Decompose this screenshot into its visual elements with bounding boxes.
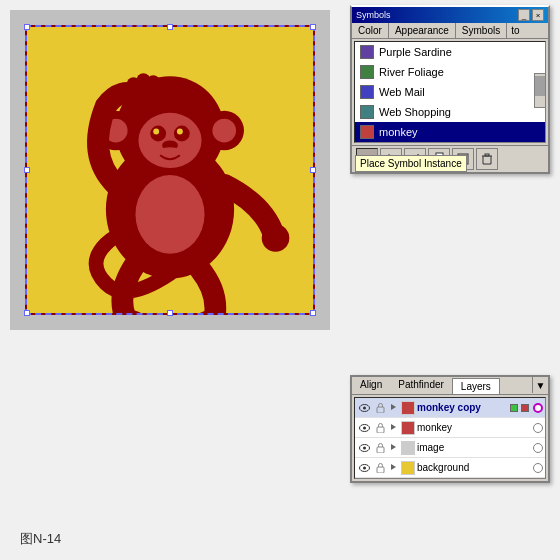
layer-visibility-toggle[interactable] bbox=[357, 441, 371, 455]
layer-name: monkey copy bbox=[417, 402, 508, 413]
svg-marker-37 bbox=[391, 424, 396, 430]
layer-name: background bbox=[417, 462, 531, 473]
svg-point-35 bbox=[363, 426, 366, 429]
symbol-item-River-Foliage[interactable]: River Foliage bbox=[355, 62, 545, 82]
close-button[interactable]: × bbox=[532, 9, 544, 21]
artwork[interactable] bbox=[25, 25, 315, 315]
layer-color-swatch bbox=[510, 404, 518, 412]
layer-lock-toggle[interactable] bbox=[373, 461, 387, 475]
layer-thumbnail bbox=[401, 421, 415, 435]
handle-tr[interactable] bbox=[310, 24, 316, 30]
layers-list: monkey copymonkeyimagebackground bbox=[354, 397, 546, 479]
handle-ml[interactable] bbox=[24, 167, 30, 173]
handle-mr[interactable] bbox=[310, 167, 316, 173]
handle-tm[interactable] bbox=[167, 24, 173, 30]
layers-panel: Align Pathfinder Layers ▼ monkey copymon… bbox=[350, 375, 550, 483]
layer-expand-toggle[interactable] bbox=[389, 443, 399, 453]
layer-thumbnail bbox=[401, 461, 415, 475]
layer-thumbnail bbox=[401, 401, 415, 415]
svg-marker-33 bbox=[391, 404, 396, 410]
svg-rect-32 bbox=[377, 407, 384, 413]
handle-bm[interactable] bbox=[167, 310, 173, 316]
handle-tl[interactable] bbox=[24, 24, 30, 30]
handle-br[interactable] bbox=[310, 310, 316, 316]
layer-name: image bbox=[417, 442, 531, 453]
svg-marker-45 bbox=[391, 464, 396, 470]
monkey-illustration bbox=[27, 27, 313, 313]
minimize-button[interactable]: _ bbox=[518, 9, 530, 21]
titlebar-controls: _ × bbox=[518, 9, 544, 21]
layer-visibility-toggle[interactable] bbox=[357, 461, 371, 475]
svg-point-12 bbox=[212, 119, 236, 143]
layer-item-image[interactable]: image bbox=[355, 438, 545, 458]
symbols-list: Purple SardineRiver FoliageWeb MailWeb S… bbox=[354, 41, 546, 143]
layer-expand-toggle[interactable] bbox=[389, 403, 399, 413]
layer-item-monkey[interactable]: monkey bbox=[355, 418, 545, 438]
tab-align[interactable]: Align bbox=[352, 377, 390, 394]
symbol-icon bbox=[359, 104, 375, 120]
layer-item-monkey-copy[interactable]: monkey copy bbox=[355, 398, 545, 418]
panel-titlebar: Symbols _ × bbox=[352, 7, 548, 23]
tab-color[interactable]: Color bbox=[352, 23, 389, 38]
layer-color-swatch-2 bbox=[521, 404, 529, 412]
symbol-icon-color bbox=[360, 65, 374, 79]
canvas-area bbox=[10, 10, 330, 330]
layers-tab-spacer bbox=[500, 377, 532, 394]
layer-expand-toggle[interactable] bbox=[389, 463, 399, 473]
symbol-icon-color bbox=[360, 45, 374, 59]
tab-appearance[interactable]: Appearance bbox=[389, 23, 456, 38]
symbol-icon-color bbox=[360, 125, 374, 139]
layer-thumbnail bbox=[401, 441, 415, 455]
layer-name: monkey bbox=[417, 422, 531, 433]
symbol-item-Web-Mail[interactable]: Web Mail bbox=[355, 82, 545, 102]
layer-item-background[interactable]: background bbox=[355, 458, 545, 478]
symbols-panel: Symbols _ × Color Appearance Symbols to … bbox=[350, 5, 550, 174]
svg-point-20 bbox=[135, 175, 204, 254]
symbol-item-monkey[interactable]: monkey bbox=[355, 122, 545, 142]
symbol-item-label: Web Mail bbox=[379, 86, 425, 98]
symbol-icon bbox=[359, 44, 375, 60]
panel-title: Symbols bbox=[356, 10, 391, 20]
layer-active-indicator bbox=[533, 423, 543, 433]
figure-label: 图N-14 bbox=[20, 530, 61, 548]
symbol-icon bbox=[359, 84, 375, 100]
tab-symbols[interactable]: Symbols bbox=[456, 23, 507, 38]
layer-lock-toggle[interactable] bbox=[373, 401, 387, 415]
svg-rect-36 bbox=[377, 427, 384, 433]
layer-active-indicator bbox=[533, 443, 543, 453]
artwork-inner bbox=[27, 27, 313, 313]
panel-tabs: Color Appearance Symbols to bbox=[352, 23, 548, 39]
layer-lock-toggle[interactable] bbox=[373, 441, 387, 455]
symbol-icon-color bbox=[360, 85, 374, 99]
layers-tabs: Align Pathfinder Layers ▼ bbox=[352, 377, 548, 395]
tab-layers[interactable]: Layers bbox=[452, 378, 500, 394]
layer-expand-toggle[interactable] bbox=[389, 423, 399, 433]
tab-pathfinder[interactable]: Pathfinder bbox=[390, 377, 452, 394]
svg-marker-41 bbox=[391, 444, 396, 450]
svg-rect-44 bbox=[377, 467, 384, 473]
symbol-icon-color bbox=[360, 105, 374, 119]
delete-symbol-button[interactable] bbox=[476, 148, 498, 170]
symbol-icon bbox=[359, 124, 375, 140]
svg-rect-29 bbox=[485, 154, 489, 156]
layers-panel-menu[interactable]: ▼ bbox=[532, 377, 548, 393]
svg-point-6 bbox=[177, 129, 183, 135]
symbol-item-Web-Shopping[interactable]: Web Shopping bbox=[355, 102, 545, 122]
symbol-item-label: monkey bbox=[379, 126, 418, 138]
symbol-item-label: River Foliage bbox=[379, 66, 444, 78]
handle-bl[interactable] bbox=[24, 310, 30, 316]
layer-active-indicator bbox=[533, 463, 543, 473]
svg-point-31 bbox=[363, 406, 366, 409]
layer-visibility-toggle[interactable] bbox=[357, 421, 371, 435]
symbol-icon bbox=[359, 64, 375, 80]
symbol-item-Purple-Sardine[interactable]: Purple Sardine bbox=[355, 42, 545, 62]
tab-extra: to bbox=[507, 23, 548, 38]
svg-point-17 bbox=[262, 224, 290, 252]
symbols-scrollbar[interactable] bbox=[534, 73, 546, 108]
layer-lock-toggle[interactable] bbox=[373, 421, 387, 435]
symbol-item-label: Purple Sardine bbox=[379, 46, 452, 58]
place-symbol-tooltip: Place Symbol Instance bbox=[355, 155, 467, 172]
svg-rect-40 bbox=[377, 447, 384, 453]
layer-visibility-toggle[interactable] bbox=[357, 401, 371, 415]
svg-point-39 bbox=[363, 446, 366, 449]
